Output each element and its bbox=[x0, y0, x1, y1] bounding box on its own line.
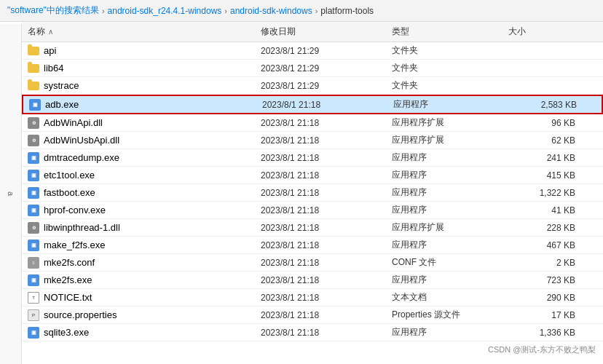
file-name-cell: T NOTICE.txt bbox=[28, 292, 261, 304]
file-name-cell: ⚙ AdbWinUsbApi.dll bbox=[28, 135, 261, 146]
folder-icon bbox=[28, 82, 39, 90]
file-size: 41 KB bbox=[508, 205, 581, 215]
col-header-date[interactable]: 修改日期 bbox=[261, 25, 392, 38]
file-date: 2023/8/1 21:18 bbox=[261, 170, 392, 181]
file-size: 723 KB bbox=[508, 275, 581, 285]
file-date: 2023/8/1 21:18 bbox=[261, 118, 392, 128]
file-type: 文件夹 bbox=[392, 44, 508, 57]
file-name: AdbWinUsbApi.dll bbox=[44, 135, 119, 146]
file-size: 228 KB bbox=[508, 223, 581, 233]
folder-icon bbox=[28, 64, 39, 73]
breadcrumb-sep-2: › bbox=[224, 7, 227, 15]
file-size: 467 KB bbox=[508, 240, 581, 250]
breadcrumb-search[interactable]: "software"中的搜索结果 bbox=[7, 4, 99, 17]
col-header-name[interactable]: 名称 ∧ bbox=[28, 25, 261, 38]
table-row[interactable]: ≡ mke2fs.conf 2023/8/1 21:18 CONF 文件 2 K… bbox=[22, 254, 603, 272]
breadcrumb-sdk-r24[interactable]: android-sdk_r24.4.1-windows bbox=[108, 6, 222, 16]
sort-arrow-name: ∧ bbox=[48, 28, 53, 36]
file-type: CONF 文件 bbox=[392, 256, 508, 269]
file-size: 1,322 KB bbox=[508, 188, 581, 198]
file-name: libwinpthread-1.dll bbox=[44, 222, 120, 233]
breadcrumb-platform-tools: platform-tools bbox=[320, 6, 374, 16]
table-row[interactable]: T NOTICE.txt 2023/8/1 21:18 文本文档 290 KB bbox=[22, 289, 603, 306]
file-name-cell: ▣ etc1tool.exe bbox=[28, 170, 261, 181]
sidebar-letter: a bbox=[7, 191, 15, 196]
file-type: 应用程序扩展 bbox=[392, 116, 508, 129]
file-list: api 2023/8/1 21:29 文件夹 lib64 2023/8/1 21… bbox=[22, 42, 603, 362]
file-name-cell: ▣ dmtracedump.exe bbox=[28, 152, 261, 164]
table-row[interactable]: ⚙ AdbWinApi.dll 2023/8/1 21:18 应用程序扩展 96… bbox=[22, 114, 603, 132]
file-name: sqlite3.exe bbox=[44, 327, 89, 338]
exe-icon: ▣ bbox=[29, 99, 41, 111]
file-name: mke2fs.exe bbox=[44, 274, 92, 285]
table-row[interactable]: ▣ mke2fs.exe 2023/8/1 21:18 应用程序 723 KB bbox=[22, 272, 603, 289]
file-name: api bbox=[44, 45, 56, 56]
dll-icon: ⚙ bbox=[28, 117, 39, 129]
table-row[interactable]: ▣ adb.exe 2023/8/1 21:18 应用程序 2,583 KB bbox=[22, 95, 603, 114]
file-size: 96 KB bbox=[508, 118, 581, 128]
file-date: 2023/8/1 21:18 bbox=[261, 188, 392, 198]
table-row[interactable]: ▣ make_f2fs.exe 2023/8/1 21:18 应用程序 467 … bbox=[22, 237, 603, 254]
file-name-cell: ≡ mke2fs.conf bbox=[28, 257, 261, 269]
file-size: 415 KB bbox=[508, 170, 581, 181]
file-name-cell: ▣ hprof-conv.exe bbox=[28, 205, 261, 216]
col-header-size[interactable]: 大小 bbox=[508, 25, 581, 38]
table-row[interactable]: ⚙ libwinpthread-1.dll 2023/8/1 21:18 应用程… bbox=[22, 219, 603, 237]
file-type: 应用程序 bbox=[393, 98, 510, 111]
exe-icon: ▣ bbox=[28, 152, 39, 164]
file-size: 1,336 KB bbox=[508, 328, 581, 338]
table-row[interactable]: ▣ fastboot.exe 2023/8/1 21:18 应用程序 1,322… bbox=[22, 184, 603, 202]
breadcrumb-sdk-windows[interactable]: android-sdk-windows bbox=[230, 6, 312, 16]
breadcrumb-sep-1: › bbox=[102, 7, 105, 15]
table-row[interactable]: ▣ sqlite3.exe 2023/8/1 21:18 应用程序 1,336 … bbox=[22, 324, 603, 341]
file-size: 62 KB bbox=[508, 135, 581, 146]
file-name: source.properties bbox=[44, 309, 117, 320]
table-row[interactable]: systrace 2023/8/1 21:29 文件夹 bbox=[22, 77, 603, 95]
file-explorer: 名称 ∧ 修改日期 类型 大小 api 2023/8/1 21:29 文件夹 l… bbox=[22, 22, 603, 362]
table-row[interactable]: lib64 2023/8/1 21:29 文件夹 bbox=[22, 60, 603, 77]
file-type: 文件夹 bbox=[392, 62, 508, 74]
file-name: etc1tool.exe bbox=[44, 170, 95, 181]
file-date: 2023/8/1 21:29 bbox=[261, 46, 392, 56]
table-row[interactable]: ▣ dmtracedump.exe 2023/8/1 21:18 应用程序 24… bbox=[22, 149, 603, 167]
dll-icon: ⚙ bbox=[28, 135, 39, 146]
file-name-cell: ▣ adb.exe bbox=[29, 99, 262, 111]
main-area: 名称 ∧ 修改日期 类型 大小 api 2023/8/1 21:29 文件夹 l… bbox=[22, 22, 603, 362]
file-name-cell: ▣ sqlite3.exe bbox=[28, 327, 261, 339]
file-name: AdbWinApi.dll bbox=[44, 117, 103, 128]
file-date: 2023/8/1 21:18 bbox=[261, 153, 392, 163]
file-name-cell: ⚙ libwinpthread-1.dll bbox=[28, 222, 261, 234]
file-type: 应用程序 bbox=[392, 186, 508, 199]
watermark: CSDN @测试-东方不败之鸭梨 bbox=[488, 344, 596, 355]
file-name: fastboot.exe bbox=[44, 187, 95, 198]
table-row[interactable]: P source.properties 2023/8/1 21:18 Prope… bbox=[22, 306, 603, 324]
file-size: 17 KB bbox=[508, 310, 581, 320]
breadcrumb-sep-3: › bbox=[315, 7, 318, 15]
file-date: 2023/8/1 21:18 bbox=[262, 100, 393, 110]
file-name: dmtracedump.exe bbox=[44, 152, 119, 163]
table-header: 名称 ∧ 修改日期 类型 大小 bbox=[22, 22, 603, 42]
file-type: 文件夹 bbox=[392, 79, 508, 92]
file-date: 2023/8/1 21:18 bbox=[261, 275, 392, 285]
col-header-type[interactable]: 类型 bbox=[392, 25, 508, 38]
file-type: 应用程序 bbox=[392, 169, 508, 181]
exe-icon: ▣ bbox=[28, 187, 39, 199]
file-type: 应用程序 bbox=[392, 274, 508, 286]
dll-icon: ⚙ bbox=[28, 222, 39, 234]
file-date: 2023/8/1 21:18 bbox=[261, 205, 392, 215]
left-sidebar: a bbox=[0, 24, 22, 364]
file-name-cell: ▣ fastboot.exe bbox=[28, 187, 261, 199]
file-type: 文本文档 bbox=[392, 291, 508, 304]
table-row[interactable]: ⚙ AdbWinUsbApi.dll 2023/8/1 21:18 应用程序扩展… bbox=[22, 132, 603, 149]
file-type: Properties 源文件 bbox=[392, 309, 508, 321]
file-date: 2023/8/1 21:18 bbox=[261, 328, 392, 338]
table-row[interactable]: ▣ etc1tool.exe 2023/8/1 21:18 应用程序 415 K… bbox=[22, 167, 603, 184]
conf-icon: ≡ bbox=[28, 257, 39, 269]
file-size: 241 KB bbox=[508, 153, 581, 163]
file-name-cell: systrace bbox=[28, 80, 261, 91]
file-date: 2023/8/1 21:29 bbox=[261, 81, 392, 91]
table-row[interactable]: api 2023/8/1 21:29 文件夹 bbox=[22, 42, 603, 60]
exe-icon: ▣ bbox=[28, 274, 39, 286]
file-size: 2 KB bbox=[508, 258, 581, 268]
table-row[interactable]: ▣ hprof-conv.exe 2023/8/1 21:18 应用程序 41 … bbox=[22, 202, 603, 219]
